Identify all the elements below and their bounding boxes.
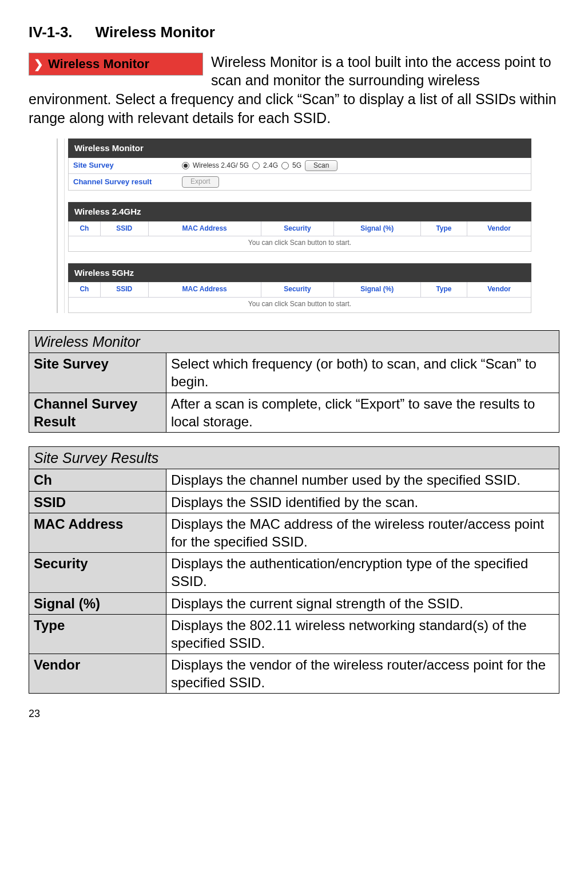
col-mac: MAC Address — [148, 282, 261, 297]
col-ch: Ch — [69, 221, 100, 236]
desc-key: Security — [29, 553, 166, 592]
col-signal: Signal (%) — [334, 282, 420, 297]
intro-block: ❯ Wireless Monitor Wireless Monitor is a… — [29, 53, 559, 127]
chevron-right-icon: ❯ — [34, 57, 43, 72]
table-row: ChDisplays the channel number used by th… — [29, 469, 559, 491]
desc-key: Ch — [29, 469, 166, 491]
col-security: Security — [261, 282, 333, 297]
desc-table-title: Wireless Monitor — [29, 330, 559, 353]
desc-key: SSID — [29, 491, 166, 513]
panel-title-wireless-monitor: Wireless Monitor — [68, 138, 531, 158]
section-number: IV-1-3. — [29, 23, 73, 41]
table-header-row: Ch SSID MAC Address Security Signal (%) … — [69, 282, 531, 297]
scan-button[interactable]: Scan — [305, 160, 337, 172]
desc-table-site-survey-results: Site Survey Results ChDisplays the chann… — [29, 446, 559, 694]
empty-message-5ghz: You can click Scan button to start. — [69, 297, 531, 312]
export-button[interactable]: Export — [182, 176, 219, 188]
col-ssid: SSID — [100, 221, 148, 236]
col-type: Type — [420, 221, 467, 236]
row-channel-survey: Channel Survey result Export — [69, 174, 531, 190]
desc-key: Vendor — [29, 654, 166, 694]
label-site-survey: Site Survey — [73, 161, 182, 171]
row-site-survey: Site Survey Wireless 2.4G/ 5G 2.4G 5G Sc… — [69, 158, 531, 175]
survey-table-5ghz: Ch SSID MAC Address Security Signal (%) … — [69, 282, 531, 297]
nav-badge-label: Wireless Monitor — [48, 56, 149, 73]
radio-5g[interactable] — [281, 162, 289, 169]
desc-val: Displays the channel number used by the … — [166, 469, 559, 491]
desc-key: Channel Survey Result — [29, 393, 166, 432]
table-row: SSIDDisplays the SSID identified by the … — [29, 491, 559, 513]
table-row: Signal (%)Displays the current signal st… — [29, 592, 559, 614]
screenshot-panel: Wireless Monitor Site Survey Wireless 2.… — [57, 138, 531, 312]
desc-key: Signal (%) — [29, 592, 166, 614]
desc-val: After a scan is complete, click “Export”… — [166, 393, 559, 432]
desc-val: Select which frequency (or both) to scan… — [166, 353, 559, 393]
radio-24g-label: 2.4G — [263, 161, 278, 171]
desc-table-wireless-monitor: Wireless Monitor Site Survey Select whic… — [29, 330, 559, 433]
table-row: SecurityDisplays the authentication/encr… — [29, 553, 559, 592]
survey-table-24ghz: Ch SSID MAC Address Security Signal (%) … — [69, 221, 531, 236]
desc-val: Displays the current signal strength of … — [166, 592, 559, 614]
desc-val: Displays the MAC address of the wireless… — [166, 513, 559, 552]
desc-table-title: Site Survey Results — [29, 446, 559, 469]
table-row: Site Survey Select which frequency (or b… — [29, 353, 559, 393]
label-channel-survey: Channel Survey result — [73, 177, 182, 187]
table-row: VendorDisplays the vendor of the wireles… — [29, 654, 559, 694]
radio-5g-label: 5G — [292, 161, 301, 171]
section-heading: IV-1-3.Wireless Monitor — [29, 23, 559, 42]
desc-val: Displays the SSID identified by the scan… — [166, 491, 559, 513]
table-row: Channel Survey Result After a scan is co… — [29, 393, 559, 432]
nav-badge-wireless-monitor: ❯ Wireless Monitor — [29, 53, 203, 76]
page-number: 23 — [29, 707, 559, 720]
scrollbar[interactable] — [59, 138, 65, 312]
table-row: TypeDisplays the 802.11 wireless network… — [29, 614, 559, 654]
radio-24g[interactable] — [252, 162, 260, 169]
col-signal: Signal (%) — [334, 221, 420, 236]
panel-title-24ghz: Wireless 2.4GHz — [68, 202, 531, 221]
col-vendor: Vendor — [467, 221, 531, 236]
radio-both[interactable] — [182, 162, 189, 169]
section-title: Wireless Monitor — [96, 23, 215, 41]
col-ch: Ch — [69, 282, 100, 297]
col-ssid: SSID — [100, 282, 148, 297]
desc-val: Displays the vendor of the wireless rout… — [166, 654, 559, 694]
desc-key: MAC Address — [29, 513, 166, 552]
col-mac: MAC Address — [148, 221, 261, 236]
col-security: Security — [261, 221, 333, 236]
desc-key: Type — [29, 614, 166, 654]
empty-message-24ghz: You can click Scan button to start. — [69, 236, 531, 251]
desc-val: Displays the 802.11 wireless networking … — [166, 614, 559, 654]
desc-key: Site Survey — [29, 353, 166, 393]
radio-both-label: Wireless 2.4G/ 5G — [193, 161, 249, 171]
table-row: MAC AddressDisplays the MAC address of t… — [29, 513, 559, 552]
col-type: Type — [420, 282, 467, 297]
table-header-row: Ch SSID MAC Address Security Signal (%) … — [69, 221, 531, 236]
desc-val: Displays the authentication/encryption t… — [166, 553, 559, 592]
col-vendor: Vendor — [467, 282, 531, 297]
panel-title-5ghz: Wireless 5GHz — [68, 263, 531, 283]
